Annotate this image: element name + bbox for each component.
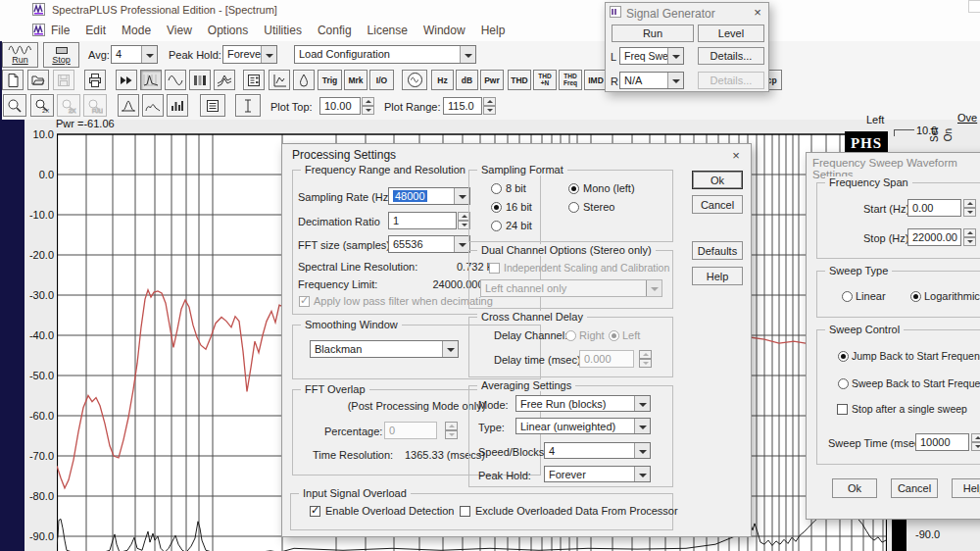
run-button[interactable]: Run	[2, 42, 38, 68]
speed-blocks-combo[interactable]: 4	[544, 442, 651, 459]
smooth-curve-button[interactable]	[142, 94, 164, 117]
jump-back-radio[interactable]	[838, 351, 849, 362]
surface-view-button[interactable]	[214, 70, 235, 90]
menu-item-edit[interactable]: Edit	[85, 24, 106, 37]
chevron-down-icon[interactable]	[454, 236, 469, 252]
sweep-help-button[interactable]: Help	[952, 478, 980, 498]
ok-button[interactable]: Ok	[692, 171, 743, 189]
thd-freq-button[interactable]: THD Freq	[559, 70, 582, 90]
delay-time-spinner[interactable]	[639, 350, 652, 368]
peak-hold-setting-combo[interactable]: Forever	[544, 466, 651, 482]
plot-range-input[interactable]: 115.0	[443, 97, 482, 115]
thd-button[interactable]: THD	[508, 70, 531, 90]
load-configuration-combo[interactable]: Load Configuration	[294, 45, 476, 64]
marker-toggle-button[interactable]: Mrk	[344, 70, 368, 90]
left-waveform-combo[interactable]: Freq Sweep	[619, 47, 684, 65]
linear-radio[interactable]	[842, 291, 853, 302]
chevron-down-icon[interactable]	[442, 341, 458, 357]
plot-range-spinner[interactable]	[483, 97, 496, 115]
menu-item-help[interactable]: Help	[481, 24, 506, 37]
zoom-in-2x-button[interactable]: 2X	[30, 94, 54, 117]
enable-overload-checkbox[interactable]	[310, 506, 320, 517]
cancel-button[interactable]: Cancel	[692, 195, 743, 214]
close-icon[interactable]: ×	[749, 5, 766, 21]
zoom-full-button[interactable]: FULL	[83, 94, 107, 117]
stop-single-sweep-checkbox[interactable]	[837, 404, 848, 415]
plot-top-spinner[interactable]	[362, 97, 374, 115]
sweep-back-radio[interactable]	[838, 378, 849, 389]
decimation-input[interactable]: 1	[388, 212, 457, 229]
chevron-down-icon[interactable]	[634, 467, 650, 481]
sampling-rate-combo[interactable]: 48000	[388, 187, 470, 205]
dual-channel-combo[interactable]: Left channel only	[480, 279, 662, 297]
defaults-button[interactable]: Defaults	[692, 241, 743, 260]
axis-plot-button[interactable]	[269, 70, 290, 90]
zoom-button[interactable]	[3, 94, 26, 117]
zoom-out-2x-button[interactable]: 2X	[57, 94, 80, 117]
chevron-down-icon[interactable]	[646, 280, 662, 296]
chevron-down-icon[interactable]	[454, 188, 469, 204]
delay-right-radio[interactable]	[565, 330, 576, 341]
chevron-down-icon[interactable]	[667, 73, 683, 88]
8bit-radio[interactable]	[491, 183, 502, 194]
generator-run-button[interactable]: Run	[612, 25, 694, 42]
chevron-down-icon[interactable]	[634, 419, 650, 433]
chevron-down-icon[interactable]	[634, 396, 650, 411]
peak-curve-button[interactable]	[118, 94, 139, 117]
hz-units-button[interactable]: Hz	[431, 70, 454, 90]
spectrum-view-button[interactable]	[140, 70, 162, 90]
signal-generator-button[interactable]	[402, 70, 427, 90]
start-hz-spinner[interactable]	[963, 199, 976, 217]
sweep-time-input[interactable]: 10000	[915, 433, 969, 451]
menu-item-options[interactable]: Options	[208, 24, 248, 37]
percentage-input[interactable]: 0	[384, 422, 437, 439]
24bit-radio[interactable]	[491, 221, 502, 231]
stop-button[interactable]: Stop	[43, 42, 79, 68]
independent-scaling-checkbox[interactable]	[489, 263, 500, 274]
spectrogram-view-button[interactable]	[189, 70, 211, 90]
menu-item-license[interactable]: License	[368, 24, 408, 37]
chevron-down-icon[interactable]	[261, 46, 276, 63]
stereo-radio[interactable]	[568, 202, 579, 213]
phase-badge[interactable]: PHS	[845, 131, 888, 153]
overload-link[interactable]: Ove	[957, 112, 977, 124]
delay-time-input[interactable]: 0.000	[579, 350, 634, 368]
settings-list-button[interactable]	[243, 70, 265, 90]
sweep-time-spinner[interactable]	[971, 433, 980, 451]
lowpass-filter-checkbox[interactable]	[299, 296, 310, 307]
chevron-down-icon[interactable]	[667, 48, 683, 64]
logarithmic-radio[interactable]	[910, 291, 921, 302]
peak-hold-combo[interactable]: Forever	[222, 45, 277, 64]
help-button[interactable]: Help	[692, 267, 743, 285]
fast-forward-button[interactable]	[116, 70, 137, 90]
stop-hz-input[interactable]: 22000.00	[907, 228, 961, 246]
plot-top-input[interactable]: 10.00	[319, 97, 361, 115]
avg-type-combo[interactable]: Linear (unweighted)	[515, 418, 651, 434]
fft-size-combo[interactable]: 65536	[388, 235, 470, 253]
db-units-button[interactable]: dB	[456, 70, 478, 90]
mono-radio[interactable]	[568, 183, 579, 194]
menu-item-utilities[interactable]: Utilities	[264, 24, 302, 37]
trigger-button[interactable]: Trig	[318, 70, 342, 90]
delay-left-radio[interactable]	[609, 330, 619, 341]
menu-item-file[interactable]: File	[51, 24, 70, 37]
sweep-cancel-button[interactable]: Cancel	[891, 478, 938, 498]
start-hz-input[interactable]: 0.00	[907, 199, 961, 217]
save-button[interactable]	[53, 70, 74, 90]
left-details-button[interactable]: Details...	[698, 47, 764, 65]
io-button[interactable]: I/O	[369, 70, 394, 90]
vertical-range-button[interactable]	[235, 94, 261, 117]
print-button[interactable]	[84, 70, 106, 90]
generator-level-button[interactable]: Level	[698, 25, 764, 42]
open-file-button[interactable]	[27, 70, 49, 90]
avg-combo[interactable]: 4	[111, 45, 158, 64]
thd-n-button[interactable]: THD +N	[533, 70, 557, 90]
power-button[interactable]: Pwr	[480, 70, 504, 90]
smoothing-window-combo[interactable]: Blackman	[310, 340, 459, 358]
sweep-ok-button[interactable]: Ok	[832, 478, 877, 498]
right-details-button[interactable]: Details...	[698, 72, 764, 89]
chevron-down-icon[interactable]	[634, 443, 650, 458]
avg-mode-combo[interactable]: Free Run (blocks)	[515, 395, 651, 412]
waveform-view-button[interactable]	[165, 70, 186, 90]
bar-display-button[interactable]	[167, 94, 188, 117]
